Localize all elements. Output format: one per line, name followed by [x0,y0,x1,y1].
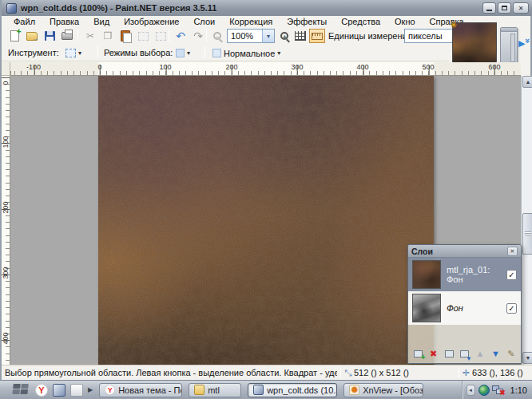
duplicate-layer-icon [445,350,454,358]
scrollbar-thumb[interactable] [522,213,532,255]
quicklaunch-app-icon[interactable] [70,384,83,397]
vertical-scrollbar[interactable]: ▲ ▼ [521,76,532,365]
layer-properties-button[interactable]: ✎ [505,347,518,360]
cut-button[interactable]: ✂ [82,29,98,43]
menu-view[interactable]: Вид [86,17,117,26]
quicklaunch-paint-net-icon[interactable] [53,384,66,397]
quicklaunch-expand-icon[interactable]: ▶ [88,386,93,393]
undo-button[interactable]: ↶ [173,29,189,43]
delete-layer-button[interactable]: ✖ [427,347,439,360]
menu-layers[interactable]: Слои [186,17,222,26]
close-icon: ✕ [510,248,515,255]
network-disconnected-icon[interactable]: ✖ [492,385,504,395]
minimize-button[interactable] [482,2,496,14]
selection-mode-label: Режимы выбора: [104,48,173,57]
folder-icon [194,385,204,395]
layers-palette-titlebar[interactable]: Слои ✕ [408,245,521,258]
layers-palette-title: Слои [411,247,433,256]
redo-icon: ↷ [193,30,203,42]
duplicate-layer-button[interactable] [443,347,455,360]
start-button[interactable] [12,384,30,396]
expand-down-icon[interactable]: » [523,38,532,41]
scroll-down-button[interactable]: ▼ [522,352,532,364]
quicklaunch-yandex-icon[interactable]: Y [35,384,48,397]
layers-close-button[interactable]: ✕ [507,247,518,256]
flood-mode-value: Нормальное [224,49,275,58]
menu-file[interactable]: Файл [6,17,42,26]
ruler-label: 500 [422,63,434,71]
collapsed-panel[interactable] [500,27,518,65]
layer-row-mtl-rja-01[interactable]: mtl_rja_01: Фон ✓ [408,258,521,291]
layer-visibility-checkbox[interactable]: ✓ [506,270,517,280]
layer-visibility-checkbox[interactable]: ✓ [506,303,517,314]
move-layer-up-button[interactable]: ▲ [474,347,486,360]
image-size-value: 512 () x 512 () [354,368,409,377]
taskbar-item-paint-net[interactable]: wpn_colt.dds (10... [248,383,337,397]
crop-button[interactable] [135,29,151,43]
selection-mode-button[interactable]: ▾ [173,45,193,61]
ruler-label: 400 [2,332,10,345]
layers-palette[interactable]: Слои ✕ mtl_rja_01: Фон ✓ Фон ✓ + ✖ ▼ ▲ ▼… [407,244,522,364]
taskbar-clock: 1:10 [510,385,527,395]
toolbar-separator [77,30,78,41]
menu-edit[interactable]: Правка [42,17,86,26]
globe-tray-icon[interactable] [478,385,490,396]
taskbar-item-xnview[interactable]: ✺ XnView - [Обозр... [343,383,423,397]
close-icon: ✕ [518,5,524,12]
ruler-label: 600 [488,63,500,71]
canvas-image[interactable] [98,76,434,365]
layer-thumbnail [412,294,441,322]
open-image-thumbnail[interactable] [452,22,497,64]
scroll-up-button[interactable]: ▲ [522,76,532,88]
title-bar[interactable]: wpn_colt.dds (100%) - Paint.NET версия 3… [2,0,532,16]
ruler-label: 100 [159,63,171,71]
open-file-icon [26,32,38,41]
zoom-level-value: 100% [231,31,253,41]
tray-collapse-button[interactable]: ◂ [466,385,475,396]
merge-layer-down-button[interactable]: ▼ [458,347,470,360]
add-layer-button[interactable]: + [411,347,424,360]
menu-window[interactable]: Окно [387,17,423,26]
close-button[interactable]: ✕ [513,2,529,14]
ruler-label: 0 [2,77,10,89]
current-tool-button[interactable]: ▾ [62,45,85,61]
cursor-position-icon: ✛ [463,368,470,378]
menu-effects[interactable]: Эффекты [280,17,334,26]
layer-row-fon[interactable]: Фон ✓ [408,291,521,325]
taskbar-item-forum[interactable]: Y Новая тема - По... [99,383,182,397]
flood-mode-button[interactable]: Нормальное ▾ [209,45,284,61]
collapsed-panel-titlebar [501,28,517,32]
up-arrow-icon: ▲ [526,79,531,85]
copy-button[interactable]: ❐ [100,29,116,43]
ruler-label: 100 [2,136,10,148]
print-button[interactable] [59,29,75,43]
menu-adjustments[interactable]: Коррекция [222,17,280,26]
ruler-toggle-button[interactable] [309,29,325,43]
chevron-down-icon: ▾ [78,49,81,57]
zoom-out-button[interactable]: − [209,29,225,43]
open-file-button[interactable] [24,29,40,43]
taskbar-item-mtl-folder[interactable]: mtl [189,383,241,397]
redo-button[interactable]: ↷ [190,29,206,43]
horizontal-ruler: -100 0 100 200 300 400 500 600 [10,62,521,76]
new-file-button[interactable]: + [6,29,22,43]
taskbar-item-label: mtl [208,385,220,395]
rectangle-select-icon [66,49,76,57]
zoom-in-button[interactable]: + [276,29,292,43]
save-button[interactable] [42,29,58,43]
layer-name: Фон [447,303,501,313]
units-value: пикселы [408,31,443,41]
layers-toolbar: + ✖ ▼ ▲ ▼ ✎ [408,344,521,363]
rust-noise-overlay [98,76,434,365]
ruler-label: 200 [2,201,10,214]
deselect-button[interactable] [153,29,169,43]
menu-image[interactable]: Изображение [117,17,186,26]
paste-button[interactable] [117,29,133,43]
grid-toggle-button[interactable] [292,29,308,43]
paint-net-window: wpn_colt.dds (100%) - Paint.NET версия 3… [0,0,532,380]
move-layer-down-button[interactable]: ▼ [489,347,502,360]
zoom-level-combo[interactable]: 100% ▾ [227,29,275,43]
menu-utilities[interactable]: Средства [334,17,387,26]
undo-icon: ↶ [176,30,185,42]
restore-button[interactable] [498,2,511,14]
